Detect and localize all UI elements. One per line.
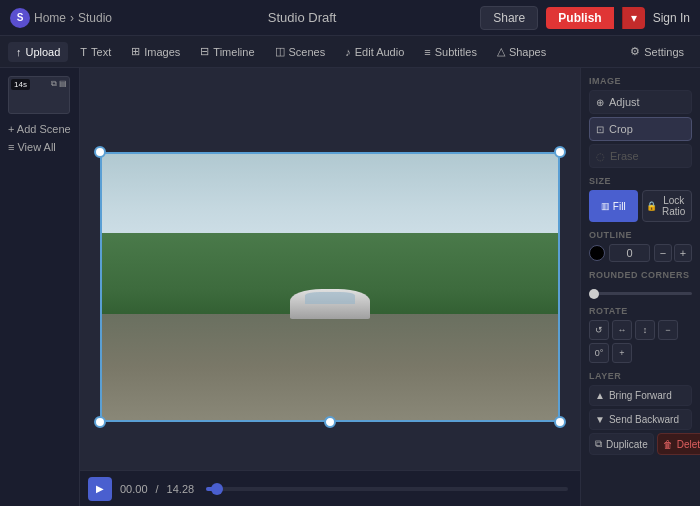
rotate-ccw-button[interactable]: ↺	[589, 320, 609, 340]
publish-button[interactable]: Publish	[546, 7, 613, 29]
fill-button[interactable]: ▥ Fill	[589, 190, 638, 222]
settings-button[interactable]: ⚙ Settings	[622, 41, 692, 62]
size-section-label: SIZE	[589, 176, 692, 186]
signin-button[interactable]: Sign In	[653, 11, 690, 25]
toolbar-scenes-button[interactable]: ◫ Scenes	[267, 41, 334, 62]
toolbar-text-label: Text	[91, 46, 111, 58]
erase-label: Erase	[610, 150, 639, 162]
view-all-label: ≡ View All	[8, 141, 56, 153]
fill-icon: ▥	[601, 201, 610, 211]
rounded-corners-row	[589, 284, 692, 298]
toolbar-text-button[interactable]: T Text	[72, 42, 119, 62]
car-shape	[290, 289, 370, 319]
images-icon: ⊞	[131, 45, 140, 58]
thumb-icon: ▤	[59, 79, 67, 89]
toolbar-timeline-button[interactable]: ⊟ Timeline	[192, 41, 262, 62]
canvas-wrapper	[100, 152, 560, 422]
handle-bottom-right[interactable]	[554, 416, 566, 428]
adjust-icon: ⊕	[596, 97, 604, 108]
toolbar-images-label: Images	[144, 46, 180, 58]
outline-increase-button[interactable]: +	[674, 244, 692, 262]
erase-button[interactable]: ◌ Erase	[589, 144, 692, 168]
bring-forward-button[interactable]: ▲ Bring Forward	[589, 385, 692, 406]
outline-color-swatch[interactable]	[589, 245, 605, 261]
toolbar-images-button[interactable]: ⊞ Images	[123, 41, 188, 62]
top-nav: S Home › Studio Studio Draft Share Publi…	[0, 0, 700, 36]
flip-h-button[interactable]: ↔	[612, 320, 632, 340]
handle-top-left[interactable]	[94, 146, 106, 158]
nav-brand: S Home › Studio	[10, 8, 112, 28]
add-scene-label: + Add Scene	[8, 123, 71, 135]
duplicate-button[interactable]: ⧉ Duplicate	[589, 433, 654, 455]
handle-bottom-center[interactable]	[324, 416, 336, 428]
rotate-plus-button[interactable]: +	[612, 343, 632, 363]
scene-duration-badge: 14s	[11, 79, 30, 90]
delete-button[interactable]: 🗑 Delete	[657, 433, 700, 455]
fill-label: Fill	[613, 201, 626, 212]
toolbar-shapes-label: Shapes	[509, 46, 546, 58]
time-separator: /	[156, 483, 159, 495]
timeline-scrubber[interactable]	[206, 487, 568, 491]
view-all-button[interactable]: ≡ View All	[8, 138, 71, 156]
send-backward-button[interactable]: ▼ Send Backward	[589, 409, 692, 430]
add-scene-button[interactable]: + Add Scene	[8, 120, 71, 138]
duplicate-label: Duplicate	[606, 439, 648, 450]
breadcrumb-current: Studio	[78, 11, 112, 25]
breadcrumb-home[interactable]: Home	[34, 11, 66, 25]
rotate-minus-button[interactable]: −	[658, 320, 678, 340]
send-backward-icon: ▼	[595, 414, 605, 425]
toolbar-subtitles-button[interactable]: ≡ Subtitles	[416, 42, 485, 62]
adjust-button[interactable]: ⊕ Adjust	[589, 90, 692, 114]
nav-actions: Share Publish ▾ Sign In	[480, 6, 690, 30]
audio-icon: ♪	[345, 46, 351, 58]
canvas-image[interactable]	[100, 152, 560, 422]
lock-icon: 🔒	[646, 201, 657, 211]
delete-icon: 🗑	[663, 439, 673, 450]
timeline-thumb[interactable]	[211, 483, 223, 495]
share-button[interactable]: Share	[480, 6, 538, 30]
crop-icon: ⊡	[596, 124, 604, 135]
scene-thumbnail[interactable]: 14s ⧉ ▤	[8, 76, 70, 114]
toolbar-audio-label: Edit Audio	[355, 46, 405, 58]
adjust-label: Adjust	[609, 96, 640, 108]
toolbar-scenes-label: Scenes	[289, 46, 326, 58]
rotate-section-label: ROTATE	[589, 306, 692, 316]
rounded-section-label: ROUNDED CORNERS	[589, 270, 692, 280]
settings-label: Settings	[644, 46, 684, 58]
copy-icon: ⧉	[51, 79, 57, 89]
toolbar-subtitles-label: Subtitles	[435, 46, 477, 58]
size-row: ▥ Fill 🔒 Lock Ratio	[589, 190, 692, 222]
crop-button[interactable]: ⊡ Crop	[589, 117, 692, 141]
main-area: 14s ⧉ ▤ + Add Scene ≡ View All	[0, 68, 700, 506]
lock-ratio-label: Lock Ratio	[660, 195, 689, 217]
handle-bottom-left[interactable]	[94, 416, 106, 428]
scenes-icon: ◫	[275, 45, 285, 58]
publish-dropdown-button[interactable]: ▾	[622, 7, 645, 29]
layer-actions: ⧉ Duplicate 🗑 Delete	[589, 433, 692, 458]
toolbar-timeline-label: Timeline	[213, 46, 254, 58]
play-button[interactable]: ▶	[88, 477, 112, 501]
total-time: 14.28	[167, 483, 195, 495]
rounded-corners-slider[interactable]	[589, 292, 692, 295]
lock-ratio-button[interactable]: 🔒 Lock Ratio	[642, 190, 693, 222]
crop-label: Crop	[609, 123, 633, 135]
logo[interactable]: S	[10, 8, 30, 28]
flip-v-button[interactable]: ↕	[635, 320, 655, 340]
canvas-area[interactable]: ▶ 00.00 / 14.28	[80, 68, 580, 506]
toolbar-audio-button[interactable]: ♪ Edit Audio	[337, 42, 412, 62]
shapes-icon: △	[497, 45, 505, 58]
send-backward-label: Send Backward	[609, 414, 679, 425]
outline-value: 0	[609, 244, 650, 262]
breadcrumb-sep: ›	[70, 11, 74, 25]
handle-top-right[interactable]	[554, 146, 566, 158]
toolbar-shapes-button[interactable]: △ Shapes	[489, 41, 554, 62]
outline-decrease-button[interactable]: −	[654, 244, 672, 262]
rotate-row: ↺ ↔ ↕ − 0° +	[589, 320, 692, 363]
outline-section-label: OUTLINE	[589, 230, 692, 240]
outline-stepper: − +	[654, 244, 692, 262]
ground-layer	[100, 314, 560, 422]
upload-icon: ↑	[16, 46, 22, 58]
toolbar-upload-button[interactable]: ↑ Upload	[8, 42, 68, 62]
timeline-bar-container: ▶ 00.00 / 14.28	[80, 470, 580, 506]
outline-row: 0 − +	[589, 244, 692, 262]
